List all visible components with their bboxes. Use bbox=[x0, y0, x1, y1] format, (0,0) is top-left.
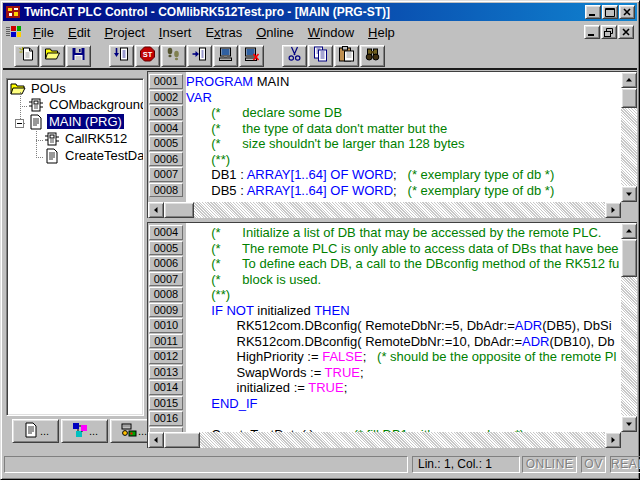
code-line[interactable]: 0011 RK512com.DBconfig( RemoteDbNr:=10, … bbox=[148, 334, 637, 350]
vertical-scrollbar[interactable] bbox=[621, 223, 637, 432]
horizontal-scroll-thumb[interactable] bbox=[164, 432, 200, 448]
maximize-button[interactable] bbox=[602, 5, 618, 19]
tree-item-createtestdata[interactable]: CreateTestData bbox=[7, 147, 143, 164]
line-number[interactable]: 0008 bbox=[149, 287, 183, 302]
menu-online[interactable]: Online bbox=[249, 23, 301, 42]
code-text[interactable]: RK512com.DBconfig( RemoteDbNr:=5, DbAdr:… bbox=[186, 318, 612, 334]
code-line[interactable]: 0008 DB5 : ARRAY[1..64] OF WORD; (* exem… bbox=[148, 183, 637, 199]
code-line[interactable]: 0006 (**) bbox=[148, 152, 637, 168]
menu-insert[interactable]: Insert bbox=[152, 23, 199, 42]
paste-button[interactable] bbox=[334, 45, 359, 67]
new-file-button[interactable] bbox=[14, 45, 39, 67]
line-number[interactable]: 0007 bbox=[149, 167, 183, 182]
code-text[interactable]: (**) bbox=[186, 287, 230, 303]
tree-item-pous[interactable]: POUs bbox=[7, 79, 143, 96]
code-text[interactable]: initialized := TRUE; bbox=[186, 380, 347, 396]
menu-extras[interactable]: Extras bbox=[198, 23, 249, 42]
menu-help[interactable]: Help bbox=[361, 23, 402, 42]
line-number[interactable]: 0006 bbox=[149, 256, 183, 271]
mdi-document-icon[interactable] bbox=[6, 24, 22, 40]
code-line[interactable]: 0009 IF NOT initialized THEN bbox=[148, 303, 637, 319]
vertical-scrollbar[interactable] bbox=[621, 72, 637, 202]
code-text[interactable]: DB5 : ARRAY[1..64] OF WORD; (* exemplary… bbox=[186, 183, 554, 199]
line-number[interactable]: 0016 bbox=[149, 411, 183, 426]
code-text[interactable]: (* To define each DB, a call to the DBco… bbox=[186, 256, 619, 272]
line-number[interactable]: 0007 bbox=[149, 272, 183, 287]
code-text[interactable]: (* block is used. bbox=[186, 272, 321, 288]
code-text[interactable]: END_IF bbox=[186, 396, 258, 412]
menu-project[interactable]: Project bbox=[97, 23, 151, 42]
code-text[interactable]: (* Initialize a list of DB that may be a… bbox=[186, 225, 601, 241]
code-line[interactable]: 0006 (* To define each DB, a call to the… bbox=[148, 256, 637, 272]
insert-pou-button[interactable] bbox=[187, 45, 212, 67]
line-number[interactable]: 0009 bbox=[149, 303, 183, 318]
code-text[interactable]: (* the type of data don't matter but the bbox=[186, 121, 447, 137]
line-number[interactable]: 0015 bbox=[149, 396, 183, 411]
stop-st-button[interactable]: ST bbox=[135, 45, 160, 67]
line-number[interactable]: 0003 bbox=[149, 105, 183, 120]
code-line[interactable]: 0013 SwapWords := TRUE; bbox=[148, 365, 637, 381]
logout-button[interactable] bbox=[239, 45, 264, 67]
scroll-left-button[interactable] bbox=[148, 432, 164, 448]
collapse-toggle[interactable] bbox=[15, 119, 24, 128]
code-text[interactable]: IF NOT initialized THEN bbox=[186, 303, 350, 319]
scroll-up-button[interactable] bbox=[621, 223, 637, 239]
scroll-left-button[interactable] bbox=[148, 202, 164, 218]
pous-tab[interactable]: ... bbox=[12, 419, 59, 443]
menu-edit[interactable]: Edit bbox=[61, 23, 97, 42]
cut-button[interactable] bbox=[282, 45, 307, 67]
code-text[interactable]: (* The remote PLC is only able to access… bbox=[186, 241, 619, 257]
save-button[interactable] bbox=[66, 45, 91, 67]
line-number[interactable]: 0006 bbox=[149, 152, 183, 167]
line-number[interactable]: 0004 bbox=[149, 225, 183, 240]
code-text[interactable]: SwapWords := TRUE; bbox=[186, 365, 364, 381]
scroll-up-button[interactable] bbox=[621, 72, 637, 88]
mdi-restore-button[interactable] bbox=[601, 25, 617, 39]
line-number[interactable]: 0004 bbox=[149, 121, 183, 136]
code-text[interactable]: VAR bbox=[186, 90, 212, 106]
code-line[interactable]: 0004 (* Initialize a list of DB that may… bbox=[148, 225, 637, 241]
close-button[interactable] bbox=[619, 5, 635, 19]
horizontal-scroll-thumb[interactable] bbox=[164, 202, 194, 218]
code-line[interactable]: 0001PROGRAM MAIN bbox=[148, 74, 637, 90]
code-text[interactable]: (**) bbox=[186, 152, 230, 168]
horizontal-scrollbar[interactable] bbox=[148, 202, 621, 218]
code-text[interactable]: PROGRAM MAIN bbox=[186, 74, 289, 90]
code-line[interactable]: 0016 bbox=[148, 411, 637, 427]
scrollbar-track[interactable] bbox=[148, 202, 621, 218]
login-button[interactable] bbox=[213, 45, 238, 67]
code-line[interactable]: 0002VAR bbox=[148, 90, 637, 106]
scroll-down-button[interactable] bbox=[621, 416, 637, 432]
vertical-scroll-thumb[interactable] bbox=[621, 239, 637, 277]
code-text[interactable]: (* size shouldn't be larger than 128 byt… bbox=[186, 136, 465, 152]
code-line[interactable]: 0004 (* the type of data don't matter bu… bbox=[148, 121, 637, 137]
line-number[interactable]: 0008 bbox=[149, 183, 183, 198]
line-number[interactable]: 0001 bbox=[149, 74, 183, 89]
scrollbar-track[interactable] bbox=[148, 432, 621, 448]
implementation-editor[interactable]: 0004 (* Initialize a list of DB that may… bbox=[147, 222, 637, 448]
horizontal-scrollbar[interactable] bbox=[148, 432, 621, 448]
code-line[interactable]: 0012 HighPriority := FALSE; (* should be… bbox=[148, 349, 637, 365]
line-number[interactable]: 0014 bbox=[149, 380, 183, 395]
line-number[interactable]: 0010 bbox=[149, 318, 183, 333]
menu-window[interactable]: Window bbox=[301, 23, 361, 42]
code-line[interactable]: 0005 (* size shouldn't be larger than 12… bbox=[148, 136, 637, 152]
line-number[interactable]: 0012 bbox=[149, 349, 183, 364]
code-line[interactable]: 0008 (**) bbox=[148, 287, 637, 303]
code-line[interactable]: 0015 END_IF bbox=[148, 396, 637, 412]
scroll-down-button[interactable] bbox=[621, 186, 637, 202]
tree-item-callrk512[interactable]: CallRK512 bbox=[7, 130, 143, 147]
code-line[interactable]: 0007 (* block is used. bbox=[148, 272, 637, 288]
code-line[interactable]: 0007 DB1 : ARRAY[1..64] OF WORD; (* exem… bbox=[148, 167, 637, 183]
code-text[interactable]: RK512com.DBconfig( RemoteDbNr:=10, DbAdr… bbox=[186, 334, 614, 350]
mdi-close-button[interactable] bbox=[618, 25, 634, 39]
tree-item-main-prg-[interactable]: MAIN (PRG) bbox=[7, 113, 143, 130]
build-button[interactable] bbox=[109, 45, 134, 67]
line-number[interactable]: 0013 bbox=[149, 365, 183, 380]
line-number[interactable]: 0011 bbox=[149, 334, 183, 349]
scroll-right-button[interactable] bbox=[605, 432, 621, 448]
code-line[interactable]: 0014 initialized := TRUE; bbox=[148, 380, 637, 396]
code-text[interactable]: DB1 : ARRAY[1..64] OF WORD; (* exemplary… bbox=[186, 167, 554, 183]
visualizations-tab[interactable]: ... bbox=[61, 419, 108, 443]
run-steps-button[interactable] bbox=[161, 45, 186, 67]
